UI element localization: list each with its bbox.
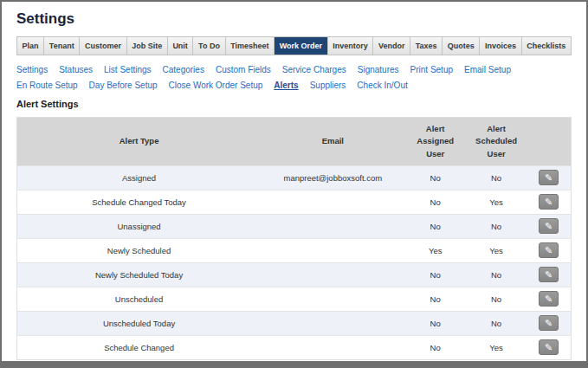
assigned-cell: No <box>405 335 466 359</box>
subnav-link-day-before-setup[interactable]: Day Before Setup <box>89 81 158 90</box>
email-cell <box>261 214 404 238</box>
tab-to-do[interactable]: To Do <box>193 37 225 55</box>
edit-icon: ✎ <box>545 173 552 183</box>
table-row: Unscheduled No No ✎ <box>17 287 572 311</box>
table-row: Newly Scheduled Yes Yes ✎ <box>17 238 572 262</box>
table-row: Schedule Changed No Yes ✎ <box>17 335 572 359</box>
tab-timesheet[interactable]: Timesheet <box>226 37 275 55</box>
email-cell <box>261 311 404 335</box>
scheduled-cell: No <box>466 311 527 335</box>
edit-button[interactable]: ✎ <box>539 242 559 258</box>
alert-type-cell: Newly Scheduled Today <box>17 262 262 287</box>
tab-tenant[interactable]: Tenant <box>44 37 80 55</box>
table-header-row: Alert Type Email Alert Assigned User Ale… <box>17 118 572 166</box>
subnav-link-print-setup[interactable]: Print Setup <box>410 65 453 74</box>
page-title: Settings <box>16 10 572 28</box>
alert-type-cell: Unassigned <box>17 214 262 238</box>
tab-unit[interactable]: Unit <box>168 37 194 55</box>
settings-subnav: Settings Statuses List Settings Categori… <box>16 65 572 90</box>
alert-type-cell: Assigned <box>17 165 262 190</box>
email-cell: manpreet@jobboxsoft.com <box>261 165 404 190</box>
col-header-alert-assigned-user: Alert Assigned User <box>405 118 466 166</box>
table-row: Newly Scheduled Today No No ✎ <box>17 262 572 287</box>
edit-button[interactable]: ✎ <box>539 218 559 234</box>
module-tabbar: Plan Tenant Customer Job Site Unit To Do… <box>16 36 572 55</box>
tab-taxes[interactable]: Taxes <box>410 37 443 55</box>
email-cell <box>261 335 404 359</box>
subnav-link-statuses[interactable]: Statuses <box>59 65 93 74</box>
tab-invoices[interactable]: Invoices <box>480 37 521 55</box>
email-cell <box>261 238 404 262</box>
scheduled-cell: No <box>466 287 527 311</box>
subnav-link-suppliers[interactable]: Suppliers <box>310 81 346 90</box>
tab-quotes[interactable]: Quotes <box>443 37 480 55</box>
table-row: Unscheduled Today No No ✎ <box>17 311 572 335</box>
col-header-alert-type: Alert Type <box>17 118 262 166</box>
scheduled-cell: Yes <box>466 190 527 214</box>
subnav-link-custom-fields[interactable]: Custom Fields <box>216 65 271 74</box>
subnav-link-signatures[interactable]: Signatures <box>358 65 399 74</box>
edit-button[interactable]: ✎ <box>539 267 559 282</box>
scheduled-cell: Yes <box>466 335 527 359</box>
alert-type-cell: Schedule Changed <box>17 335 262 359</box>
edit-button[interactable]: ✎ <box>539 194 559 210</box>
subnav-link-settings[interactable]: Settings <box>16 65 48 74</box>
col-header-actions <box>527 118 571 166</box>
tab-plan[interactable]: Plan <box>17 37 44 55</box>
tab-checklists[interactable]: Checklists <box>522 37 571 55</box>
table-row: Assigned manpreet@jobboxsoft.com No No ✎ <box>17 165 572 190</box>
edit-icon: ✎ <box>545 197 552 207</box>
subnav-link-list-settings[interactable]: List Settings <box>104 65 151 74</box>
alert-settings-table: Alert Type Email Alert Assigned User Ale… <box>16 117 572 360</box>
edit-button[interactable]: ✎ <box>539 291 559 307</box>
assigned-cell: No <box>405 190 466 214</box>
col-header-email: Email <box>261 118 404 166</box>
tab-work-order[interactable]: Work Order <box>275 37 328 55</box>
scheduled-cell: Yes <box>466 238 527 262</box>
scheduled-cell: No <box>466 165 527 190</box>
email-cell <box>261 190 404 214</box>
edit-icon: ✎ <box>545 343 552 352</box>
alert-type-cell: Unscheduled <box>17 287 262 311</box>
email-cell <box>261 262 404 287</box>
edit-icon: ✎ <box>545 319 552 328</box>
tab-vendor[interactable]: Vendor <box>373 37 410 55</box>
assigned-cell: No <box>405 214 466 238</box>
edit-icon: ✎ <box>545 246 552 255</box>
alert-type-cell: Schedule Changed Today <box>17 190 262 214</box>
assigned-cell: No <box>405 262 466 287</box>
subnav-link-email-setup[interactable]: Email Setup <box>464 65 511 74</box>
edit-icon: ✎ <box>545 294 552 304</box>
subnav-link-service-charges[interactable]: Service Charges <box>282 65 346 74</box>
section-heading: Alert Settings <box>16 99 572 109</box>
tab-customer[interactable]: Customer <box>80 37 126 55</box>
edit-icon: ✎ <box>545 270 552 280</box>
assigned-cell: No <box>405 165 466 190</box>
assigned-cell: Yes <box>405 238 466 262</box>
assigned-cell: No <box>405 311 466 335</box>
tab-inventory[interactable]: Inventory <box>328 37 374 55</box>
table-row: Schedule Changed Today No Yes ✎ <box>17 190 572 214</box>
alert-type-cell: Unscheduled Today <box>17 311 262 335</box>
col-header-alert-scheduled-user: Alert Scheduled User <box>466 118 527 166</box>
subnav-link-en-route-setup[interactable]: En Route Setup <box>16 81 78 90</box>
subnav-link-categories[interactable]: Categories <box>163 65 204 74</box>
scheduled-cell: No <box>466 214 527 238</box>
edit-button[interactable]: ✎ <box>539 339 559 355</box>
edit-button[interactable]: ✎ <box>539 170 559 185</box>
subnav-link-check-in-out[interactable]: Check In/Out <box>357 81 407 90</box>
tab-job-site[interactable]: Job Site <box>127 37 168 55</box>
settings-page: Settings Plan Tenant Customer Job Site U… <box>0 0 588 368</box>
edit-button[interactable]: ✎ <box>539 315 559 331</box>
assigned-cell: No <box>405 287 466 311</box>
subnav-link-alerts[interactable]: Alerts <box>274 81 298 90</box>
email-cell <box>261 287 404 311</box>
alert-type-cell: Newly Scheduled <box>17 238 262 262</box>
edit-icon: ✎ <box>545 222 552 231</box>
subnav-link-close-work-order-setup[interactable]: Close Work Order Setup <box>169 81 263 90</box>
table-row: Unassigned No No ✎ <box>17 214 572 238</box>
scheduled-cell: No <box>466 262 527 287</box>
